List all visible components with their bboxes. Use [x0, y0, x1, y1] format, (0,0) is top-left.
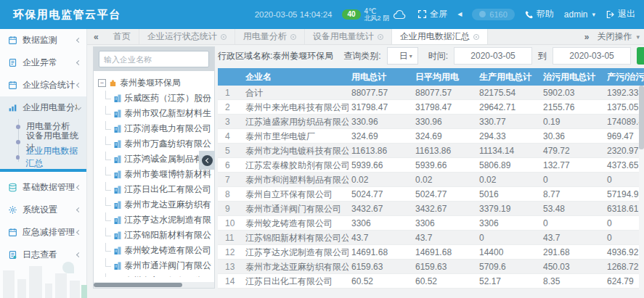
- treatment-power: 8.77: [540, 187, 604, 201]
- tree-root-bureau[interactable]: − 泰州姜堰环保局: [98, 75, 211, 91]
- table-row[interactable]: 6 江苏宏泰橡胶助剂有限公司 5939.66 5939.66 5806.89 1…: [218, 158, 644, 173]
- table-row[interactable]: 12 江苏亨达水泥制造有限公司 14691.68 14691.68 14400 …: [218, 245, 644, 260]
- total-power: 3306: [349, 216, 412, 230]
- collapse-expander-icon[interactable]: −: [98, 79, 106, 87]
- company-name: 江苏日出化工有限公司: [240, 274, 349, 288]
- company-search-input[interactable]: [99, 51, 209, 67]
- tab-power-data-summary[interactable]: 企业用电数据汇总: [392, 29, 488, 44]
- table-row[interactable]: 13 泰州市龙达亚麻纺织有限公司 6159.63 6159.63 5709.6 …: [218, 260, 644, 274]
- tree-company-item[interactable]: 江苏润泰电力有限公司: [98, 121, 211, 136]
- tab-power-analysis[interactable]: 用电量分析: [235, 29, 305, 44]
- header-toolbar: 2020-03-05 14:04:24 40 4℃ 北风2 阴 全屏 ◀: [255, 7, 635, 22]
- tree-connector: [105, 258, 111, 267]
- tabs-scroll-left-button[interactable]: «: [87, 29, 105, 44]
- row-index: 10: [218, 216, 240, 230]
- table-vertical-scrollbar[interactable]: [639, 86, 644, 290]
- ratio-value: 4936.92: [604, 245, 644, 259]
- bullet-icon: [16, 140, 20, 144]
- table-row[interactable]: 2 泰州中来光电科技有限公司 31798.47 31798.47 29642.7…: [218, 100, 644, 115]
- daily-avg-power: 3432.67: [412, 202, 476, 215]
- table-row[interactable]: 5 泰州市龙沟电镀科技有限公司 11613.86 11613.86 11134.…: [218, 144, 644, 158]
- tree-horizontal-scrollbar[interactable]: [94, 282, 214, 288]
- tab-close-icon[interactable]: [290, 34, 296, 40]
- building-icon: [114, 170, 121, 178]
- table-row[interactable]: 10 泰州蛟龙铸造有限公司 3306 3306 3306 0 0: [218, 216, 644, 231]
- table-row[interactable]: 1 合计 88077.57 88077.57 82175.54 5902.03 …: [218, 86, 644, 100]
- tree-company-item[interactable]: 江苏锦阳新材料有限公司公司: [98, 228, 211, 243]
- tree-company-item[interactable]: 泰州市万鑫纺织有限公司: [98, 136, 211, 152]
- tabs-scroll-right-button[interactable]: »: [578, 29, 596, 44]
- company-name: 江苏锦阳新材料有限公司公司: [240, 231, 349, 244]
- sidebar-item-data-monitor[interactable]: 数据监测: [0, 29, 86, 51]
- sidebar-item-system-settings[interactable]: 系统设置: [0, 199, 86, 221]
- sidebar-item-enterprise-stats[interactable]: 企业综合统计: [0, 74, 86, 96]
- tab-device-power[interactable]: 设备用电量统计: [305, 29, 392, 44]
- sidebar-item-logs[interactable]: 日志查看: [0, 244, 86, 266]
- tree-collapse-button[interactable]: [199, 151, 215, 170]
- tab-home[interactable]: 首页: [105, 29, 139, 44]
- company-name: 合计: [240, 86, 349, 99]
- row-index: 15: [218, 289, 240, 290]
- tab-close-icon[interactable]: [378, 34, 383, 40]
- tree-company-item[interactable]: 江苏鸿诚金属制品有限公司: [98, 152, 211, 167]
- sidebar-item-power-analysis[interactable]: 企业用电量分析: [0, 96, 86, 119]
- table-row[interactable]: 9 泰州市通洋阀门有限公司 3432.67 3432.67 3379.19 53…: [218, 202, 644, 216]
- date-from-input[interactable]: [454, 47, 532, 65]
- scrollbar-thumb[interactable]: [639, 86, 644, 149]
- header-collapse-arrow-icon[interactable]: ◀: [457, 11, 462, 17]
- tree-company-item[interactable]: 江苏日出化工有限公司: [98, 182, 211, 197]
- table-row[interactable]: 8 泰州自立环保有限公司 5024.77 5024.77 5016 8.77 5…: [218, 187, 644, 202]
- tree-company-item[interactable]: 乐威医药（江苏）股份有限公司: [98, 91, 211, 106]
- col-company: 企业名: [240, 68, 349, 86]
- total-power: 14691.68: [349, 245, 412, 259]
- sidebar-item-base-data[interactable]: 基础数据管理: [0, 176, 86, 199]
- tab-close-icon[interactable]: [473, 34, 479, 40]
- row-index: 7: [218, 173, 240, 186]
- user-menu[interactable]: admin ▾: [564, 9, 595, 20]
- logout-button[interactable]: 退出: [606, 8, 635, 20]
- tree-company-item[interactable]: 泰州市龙达亚麻纺织有限公司: [98, 197, 211, 212]
- sidebar: 数据监测 企业异常 企业综合统计 企业用电量分析: [0, 29, 87, 298]
- total-power: 324.69: [349, 129, 412, 143]
- table-row[interactable]: 14 江苏日出化工有限公司 60.52 60.52 52.17 8.35 624…: [218, 274, 644, 289]
- company-tree: − 泰州姜堰环保局 乐威医药（江苏）股份有限公司: [94, 71, 214, 277]
- table-row[interactable]: 15 泰州市姜堰博特新材料有限公司 820.84 820.84 778.45 4…: [218, 289, 644, 290]
- sidebar-submenu-item[interactable]: 企业用电数据汇总: [0, 149, 86, 165]
- tree-company-item[interactable]: 泰州自立环保有限公司: [98, 273, 211, 277]
- table-row[interactable]: 3 江苏迪盛家用纺织品有限公司 330.96 330.96 330.77 0.1…: [218, 115, 644, 129]
- app-window: 环保用电监管云平台 2020-03-05 14:04:24 40 4℃ 北风2 …: [0, 0, 644, 298]
- chevron-left-icon: [76, 207, 81, 212]
- total-power: 820.84: [349, 289, 412, 290]
- tree-connector: [105, 182, 111, 191]
- table-row[interactable]: 7 泰州市和润塑料制品有限公司 0.02 0.02 0.02 0 0: [218, 173, 644, 187]
- query-type-select[interactable]: 日 ▾: [387, 47, 418, 65]
- daily-avg-power: 6159.63: [412, 260, 476, 273]
- scrollbar-thumb[interactable]: [94, 283, 182, 287]
- tree-company-item[interactable]: 江苏亨达水泥制造有限公司: [98, 212, 211, 228]
- alarm-counter-badge: 6160: [472, 9, 514, 20]
- building-icon: [114, 201, 121, 209]
- tab-enterprise-status[interactable]: 企业运行状态统计: [139, 29, 235, 44]
- building-icon: [114, 231, 121, 239]
- fullscreen-button[interactable]: 全屏: [417, 8, 447, 20]
- ratio-value: 1268.72: [604, 260, 644, 273]
- tab-close-icon[interactable]: [221, 34, 227, 40]
- close-operations-menu[interactable]: 关闭操作 ▾: [595, 29, 644, 44]
- sidebar-item-enterprise-abnormal[interactable]: 企业异常: [0, 51, 86, 74]
- date-to-input[interactable]: [553, 47, 631, 65]
- tree-company-item[interactable]: 泰州市双亿新型材料生产有限公司: [98, 106, 211, 121]
- filter-bar: 行政区域名称:泰州姜堰环保局 查询类别: 日 ▾ 时间: 到 导出: [218, 45, 644, 67]
- tree-company-item[interactable]: 泰州蛟龙铸造有限公司: [98, 243, 211, 258]
- table-row[interactable]: 11 江苏锦阳新材料有限公司公司 43.7 43.7 0 43.7 0: [218, 231, 644, 245]
- company-name: 泰州市里华电镀厂: [240, 129, 349, 143]
- sidebar-item-emergency[interactable]: 应急减排管理: [0, 221, 86, 244]
- export-button[interactable]: 导出: [637, 47, 644, 65]
- tree-company-item[interactable]: 泰州市通洋阀门有限公司: [98, 258, 211, 273]
- treatment-power: 0: [540, 216, 604, 230]
- to-label: 到: [538, 50, 547, 62]
- table-row[interactable]: 4 泰州市里华电镀厂 324.69 324.69 294.33 30.36 96…: [218, 129, 644, 144]
- company-name: 泰州市龙达亚麻纺织有限公司: [240, 260, 349, 273]
- tree-company-item[interactable]: 泰州市姜堰博特新材料有限公司: [98, 167, 211, 182]
- company-name: 江苏宏泰橡胶助剂有限公司: [240, 158, 349, 172]
- help-button[interactable]: 帮助: [525, 8, 554, 20]
